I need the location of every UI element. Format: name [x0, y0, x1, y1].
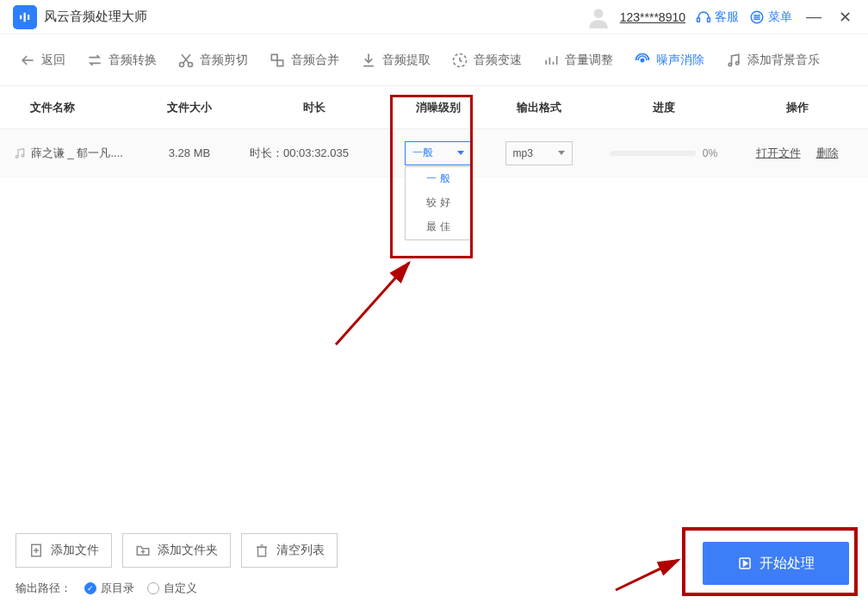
tab-cut-label: 音频剪切	[200, 53, 248, 68]
format-select[interactable]: mp3	[505, 141, 573, 165]
tab-speed[interactable]: 音频变速	[441, 52, 532, 69]
row-duration: 时长：00:03:32.035	[241, 146, 388, 161]
user-id[interactable]: 123****8910	[620, 10, 685, 24]
app-logo-icon	[13, 5, 37, 29]
output-path-label: 输出路径：	[16, 581, 71, 596]
svg-rect-35	[258, 547, 266, 556]
progress-pct: 0%	[703, 147, 717, 159]
clear-list-button[interactable]: 清空列表	[241, 533, 338, 568]
tab-extract[interactable]: 音频提取	[350, 52, 441, 69]
radio-dot-icon	[84, 582, 96, 594]
tab-noise[interactable]: 噪声消除	[623, 52, 715, 69]
header-duration: 时长	[241, 100, 388, 115]
header-action: 操作	[739, 100, 855, 115]
svg-line-14	[182, 54, 189, 63]
svg-rect-0	[20, 15, 22, 19]
radio-original-dir[interactable]: 原目录	[84, 581, 134, 596]
back-button[interactable]: 返回	[9, 52, 76, 69]
add-folder-button[interactable]: 添加文件夹	[122, 533, 231, 568]
svg-marker-39	[744, 561, 748, 566]
toolbar: 返回 音频转换 音频剪切 音频合并 音频提取 音频变速 音量调整 噪声消除 添加…	[0, 34, 868, 86]
noise-level-option[interactable]: 一般	[406, 167, 471, 191]
radio-custom-dir[interactable]: 自定义	[147, 581, 197, 596]
row-filename-text: 薛之谦 _ 郁一凡....	[31, 146, 123, 161]
music-icon	[13, 146, 27, 160]
chevron-down-icon	[457, 151, 464, 155]
table-header: 文件名称 文件大小 时长 消噪级别 输出格式 进度 操作	[0, 86, 868, 129]
svg-point-24	[728, 63, 731, 65]
row-size: 3.28 MB	[138, 146, 241, 159]
row-progress: 0%	[588, 147, 739, 159]
table-row: 薛之谦 _ 郁一凡.... 3.28 MB 时长：00:03:32.035 一般…	[0, 129, 868, 177]
bottom-bar: 添加文件 添加文件夹 清空列表 输出路径： 原目录 自定义 开始处理	[0, 533, 868, 609]
noise-level-selected: 一般	[412, 146, 433, 160]
svg-rect-16	[277, 60, 283, 66]
svg-rect-4	[698, 17, 700, 22]
header-level: 消噪级别	[388, 100, 489, 115]
radio-custom-label: 自定义	[164, 581, 197, 596]
close-button[interactable]: ✕	[835, 8, 855, 27]
open-file-link[interactable]: 打开文件	[756, 146, 801, 161]
tab-merge[interactable]: 音频合并	[258, 52, 350, 69]
minimize-button[interactable]: —	[803, 8, 825, 26]
tab-speed-label: 音频变速	[474, 53, 522, 68]
tab-volume-label: 音量调整	[565, 53, 613, 68]
svg-point-23	[641, 59, 643, 61]
row-level-cell: 一般 一般 较好 最佳	[388, 141, 489, 165]
noise-level-option[interactable]: 最佳	[406, 215, 471, 239]
svg-point-3	[593, 9, 603, 18]
chevron-down-icon	[558, 151, 565, 155]
noise-level-select[interactable]: 一般	[405, 141, 472, 165]
header-size: 文件大小	[138, 100, 241, 115]
svg-line-13	[183, 54, 190, 63]
start-process-button[interactable]: 开始处理	[703, 542, 849, 585]
noise-level-option[interactable]: 较好	[406, 191, 471, 215]
svg-line-28	[336, 263, 409, 345]
tab-noise-label: 噪声消除	[656, 53, 704, 68]
avatar-icon	[587, 6, 610, 28]
clear-list-label: 清空列表	[276, 543, 325, 558]
svg-rect-5	[708, 17, 710, 22]
tab-convert[interactable]: 音频转换	[76, 52, 167, 69]
tab-volume[interactable]: 音量调整	[532, 52, 623, 69]
header-name: 文件名称	[13, 100, 138, 115]
svg-rect-2	[28, 15, 29, 20]
tab-convert-label: 音频转换	[108, 53, 157, 68]
tab-cut[interactable]: 音频剪切	[167, 52, 258, 69]
header-progress: 进度	[588, 100, 739, 115]
menu-button[interactable]: 菜单	[749, 9, 792, 25]
row-filename: 薛之谦 _ 郁一凡....	[13, 146, 138, 161]
radio-dot-icon	[147, 582, 159, 594]
svg-point-27	[22, 154, 24, 157]
svg-point-26	[16, 155, 18, 158]
tab-bgm[interactable]: 添加背景音乐	[715, 52, 830, 69]
add-file-button[interactable]: 添加文件	[16, 533, 112, 568]
customer-service-button[interactable]: 客服	[696, 9, 739, 25]
tab-extract-label: 音频提取	[382, 53, 431, 68]
customer-service-label: 客服	[715, 9, 739, 25]
header-format: 输出格式	[489, 100, 588, 115]
progress-bar	[610, 151, 696, 156]
annotation-arrow-icon	[327, 250, 422, 353]
add-folder-label: 添加文件夹	[158, 543, 218, 558]
row-actions: 打开文件 删除	[739, 146, 855, 161]
svg-rect-1	[24, 12, 26, 22]
back-label: 返回	[41, 53, 65, 68]
titlebar: 风云音频处理大师 123****8910 客服 菜单 — ✕	[0, 0, 868, 34]
menu-label: 菜单	[768, 9, 792, 25]
noise-level-dropdown: 一般 较好 最佳	[405, 166, 472, 240]
tab-merge-label: 音频合并	[291, 53, 339, 68]
add-file-label: 添加文件	[51, 543, 99, 558]
start-process-label: 开始处理	[760, 555, 815, 573]
svg-point-25	[736, 61, 739, 64]
format-selected: mp3	[513, 147, 533, 159]
tab-bgm-label: 添加背景音乐	[747, 53, 820, 68]
radio-original-label: 原目录	[101, 581, 134, 596]
row-format-cell: mp3	[489, 141, 588, 165]
svg-rect-15	[271, 54, 277, 60]
delete-link[interactable]: 删除	[816, 146, 839, 161]
app-title: 风云音频处理大师	[44, 9, 147, 25]
